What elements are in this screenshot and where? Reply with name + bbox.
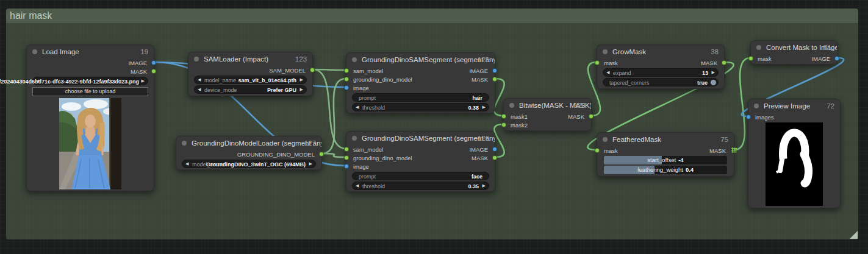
node-id: 19 bbox=[140, 48, 148, 55]
mask-output-slot[interactable] bbox=[151, 69, 156, 74]
collapse-dot-icon[interactable] bbox=[756, 45, 761, 50]
filename-text: oload/202404304d6bd71c-dfc3-4922-9bfd-12… bbox=[0, 79, 139, 85]
node-preview-image[interactable]: Preview Image 72 images bbox=[748, 99, 841, 208]
next-arrow-icon[interactable]: ▶ bbox=[309, 161, 312, 166]
node-title: GroundingDinoModelLoader (segment anythi… bbox=[192, 139, 321, 147]
prev-arrow-icon[interactable]: ◀ bbox=[606, 70, 609, 75]
prompt-field[interactable]: prompt hair bbox=[352, 93, 489, 102]
mask-output-slot[interactable] bbox=[722, 60, 726, 65]
node-grounding-dino-model-loader[interactable]: GroundingDinoModelLoader (segment anythi… bbox=[176, 136, 322, 170]
image-output-slot[interactable] bbox=[492, 68, 497, 73]
collapse-dot-icon[interactable] bbox=[603, 137, 608, 142]
node-id: 125 bbox=[478, 56, 489, 63]
expand-stepper[interactable]: ◀ expand 13 ▶ bbox=[603, 68, 719, 77]
mask-input-slot[interactable] bbox=[595, 148, 600, 153]
output-label: SAM_MODEL bbox=[269, 67, 306, 74]
images-input-slot[interactable] bbox=[746, 115, 751, 119]
tapered-corners-toggle[interactable]: tapered_corners true bbox=[603, 78, 719, 86]
node-grow-mask[interactable]: GrowMask 38 mask MASK ◀ expand 13 ▶ tape… bbox=[597, 44, 725, 89]
node-dino-sam-segment-hair[interactable]: GroundingDinoSAMSegment (segment anythin… bbox=[346, 52, 495, 113]
next-arrow-icon[interactable]: ▶ bbox=[482, 105, 486, 110]
toggle-dot-icon[interactable] bbox=[711, 80, 716, 85]
node-id: 71 bbox=[823, 44, 831, 51]
image-filename-combo[interactable]: oload/202404304d6bd71c-dfc3-4922-9bfd-12… bbox=[32, 77, 148, 85]
node-title: GroundingDinoSAMSegment (segment anythin… bbox=[362, 56, 495, 63]
node-id: 72 bbox=[827, 102, 834, 110]
prev-arrow-icon[interactable]: ◀ bbox=[198, 87, 201, 92]
model-name-combo[interactable]: ◀ model_name GroundingDINO_SwinT_OGC (69… bbox=[182, 160, 316, 168]
node-title: GroundingDinoSAMSegment (segment anythin… bbox=[362, 135, 495, 142]
output-label: GROUNDING_DINO_MODEL bbox=[237, 151, 315, 158]
image-output-slot[interactable] bbox=[492, 147, 497, 152]
group-header[interactable]: hair mask bbox=[6, 9, 858, 23]
node-title: Load Image bbox=[42, 48, 79, 55]
threshold-stepper[interactable]: ◀ threshold 0.38 ▶ bbox=[352, 103, 489, 111]
hair-mask-preview-image bbox=[766, 122, 823, 206]
group-resize-handle[interactable] bbox=[850, 231, 858, 239]
output-label: IMAGE bbox=[128, 60, 147, 66]
collapse-dot-icon[interactable] bbox=[194, 57, 199, 62]
mask-output-slot[interactable] bbox=[492, 77, 497, 82]
threshold-stepper[interactable]: ◀ threshold 0.35 ▶ bbox=[352, 182, 489, 190]
collapse-dot-icon[interactable] bbox=[182, 141, 187, 146]
loaded-photo-preview bbox=[59, 98, 121, 189]
prev-arrow-icon[interactable]: ◀ bbox=[356, 183, 359, 188]
node-title: FeatheredMask bbox=[612, 136, 661, 143]
next-arrow-icon[interactable]: ▶ bbox=[300, 87, 303, 92]
node-title: SAMLoader (Impact) bbox=[204, 55, 268, 63]
node-id: 127 bbox=[304, 139, 316, 147]
image-output-slot[interactable] bbox=[151, 60, 156, 65]
collapse-dot-icon[interactable] bbox=[754, 104, 759, 108]
collapse-dot-icon[interactable] bbox=[352, 57, 357, 62]
device-mode-combo[interactable]: ◀ device_mode Prefer GPU ▶ bbox=[194, 85, 307, 94]
mask-output-slot[interactable] bbox=[589, 114, 594, 119]
next-arrow-icon[interactable]: ▶ bbox=[142, 79, 145, 83]
node-graph-canvas[interactable]: hair mask Load Image 19 IMAGE MASK oload… bbox=[0, 0, 868, 254]
output-label: MASK bbox=[131, 68, 147, 75]
node-id: 38 bbox=[711, 48, 719, 55]
sam-model-output-slot[interactable] bbox=[310, 68, 315, 72]
mask-output-slot[interactable] bbox=[492, 155, 497, 160]
node-dino-sam-segment-face[interactable]: GroundingDinoSAMSegment (segment anythin… bbox=[346, 131, 495, 192]
image-input-slot[interactable] bbox=[344, 164, 349, 169]
node-id: 128 bbox=[574, 102, 586, 109]
start-offset-slider[interactable]: start_offset-4 bbox=[604, 156, 727, 164]
collapse-dot-icon[interactable] bbox=[32, 49, 37, 54]
node-bitwise-mask[interactable]: Bitwise(MASK - MASK) 128 mask1 MASK mask… bbox=[503, 98, 592, 131]
node-title: GrowMask bbox=[612, 48, 646, 55]
collapse-dot-icon[interactable] bbox=[603, 49, 608, 54]
node-sam-loader[interactable]: SAMLoader (Impact) 123 SAM_MODEL ◀ model… bbox=[188, 52, 313, 96]
node-feathered-mask[interactable]: FeatheredMask 75 mask MASK start_offset-… bbox=[597, 132, 734, 177]
prompt-field[interactable]: prompt face bbox=[352, 172, 489, 180]
prev-arrow-icon[interactable]: ◀ bbox=[356, 105, 359, 110]
next-arrow-icon[interactable]: ▶ bbox=[712, 70, 715, 75]
mask-input-slot[interactable] bbox=[748, 56, 753, 61]
model-name-combo[interactable]: ◀ model_name sam_vit_b_01ec64.pth ▶ bbox=[194, 76, 307, 84]
node-title: Preview Image bbox=[764, 102, 810, 110]
node-id: 123 bbox=[295, 55, 307, 63]
dino-model-input-slot[interactable] bbox=[344, 77, 349, 82]
mask-output-grid-icon[interactable] bbox=[731, 147, 737, 153]
mask1-input-slot[interactable] bbox=[501, 114, 506, 119]
node-convert-mask-to-image[interactable]: Convert Mask to Image 71 mask IMAGE bbox=[750, 40, 838, 65]
next-arrow-icon[interactable]: ▶ bbox=[482, 183, 486, 188]
sam-model-input-slot[interactable] bbox=[344, 147, 349, 152]
prev-arrow-icon[interactable]: ◀ bbox=[185, 161, 188, 166]
collapse-dot-icon[interactable] bbox=[509, 103, 514, 108]
prev-arrow-icon[interactable]: ◀ bbox=[36, 79, 39, 83]
dino-model-output-slot[interactable] bbox=[319, 152, 324, 157]
next-arrow-icon[interactable]: ▶ bbox=[300, 77, 303, 82]
mask2-input-slot[interactable] bbox=[501, 122, 506, 127]
node-load-image[interactable]: Load Image 19 IMAGE MASK oload/202404304… bbox=[26, 44, 154, 191]
sam-model-input-slot[interactable] bbox=[344, 68, 349, 73]
prev-arrow-icon[interactable]: ◀ bbox=[198, 77, 201, 82]
node-id: 75 bbox=[720, 136, 728, 143]
collapse-dot-icon[interactable] bbox=[352, 136, 357, 141]
mask-input-slot[interactable] bbox=[595, 60, 600, 65]
image-input-slot[interactable] bbox=[344, 85, 349, 90]
dino-model-input-slot[interactable] bbox=[344, 155, 349, 160]
node-id: 126 bbox=[478, 135, 489, 142]
feathering-weight-slider[interactable]: feathering_weight0.4 bbox=[604, 166, 727, 174]
choose-file-button[interactable]: choose file to upload bbox=[32, 87, 148, 96]
image-output-slot[interactable] bbox=[834, 56, 839, 61]
